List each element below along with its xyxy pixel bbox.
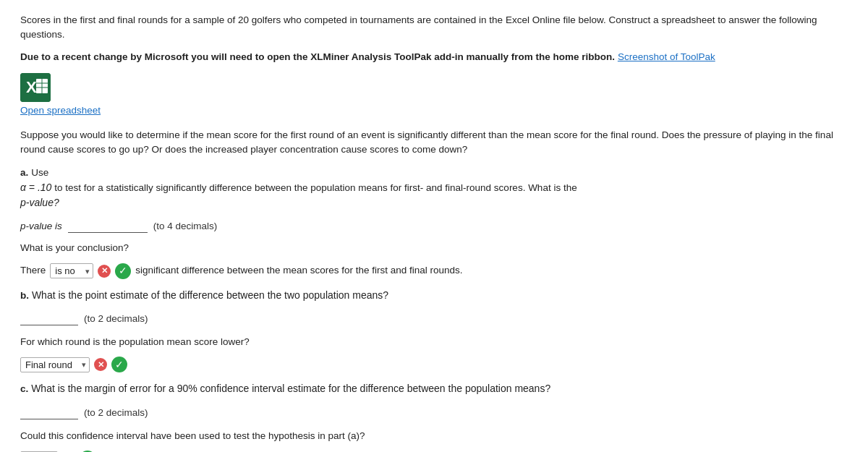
pvalue-label: p-value is [20, 219, 62, 234]
conclusion-text: significant difference between the mean … [135, 263, 462, 278]
part-b-text: What is the point estimate of the differ… [32, 289, 388, 301]
part-c-text: What is the margin of error for a 90% co… [31, 383, 550, 394]
part-c-block: c. What is the margin of error for a 90%… [20, 381, 848, 396]
pvalue-row: p-value is (to 4 decimals) [20, 219, 848, 234]
point-estimate-input[interactable] [20, 312, 78, 325]
for-round-label: For which round is the population mean s… [20, 335, 848, 349]
point-estimate-decimals: (to 2 decimals) [84, 312, 148, 326]
part-a-block: a. Use α = .10 to test for a statistical… [20, 165, 848, 211]
check-circle-icon-b[interactable]: ✓ [111, 357, 127, 372]
description-text: Suppose you would like to determine if t… [20, 128, 848, 158]
part-a-use: Use [31, 167, 48, 178]
warning-text: Due to a recent change by Microsoft you … [20, 50, 848, 64]
part-b-label: b. [20, 290, 29, 301]
excel-svg: X [20, 73, 51, 102]
pvalue-decimals: (to 4 decimals) [153, 219, 218, 234]
excel-icon[interactable]: X [20, 73, 51, 102]
margin-decimals: (to 2 decimals) [84, 406, 148, 420]
is-no-select[interactable]: is no is a [50, 263, 93, 278]
for-round-row: Final round First round ✕ ✓ [20, 357, 848, 372]
check-circle-icon-a[interactable]: ✓ [115, 263, 131, 279]
margin-input[interactable] [20, 406, 78, 419]
point-estimate-row: (to 2 decimals) [20, 312, 848, 326]
conclusion-row: There is no is a ✕ ✓ significant differe… [20, 263, 848, 279]
svg-text:X: X [26, 78, 37, 96]
intro-text: Scores in the first and final rounds for… [20, 13, 848, 43]
pvalue-input[interactable] [68, 220, 148, 233]
toolpak-link[interactable]: Screenshot of ToolPak [618, 51, 715, 62]
final-round-select[interactable]: Final round First round [20, 357, 90, 372]
warning-bold: Due to a recent change by Microsoft you … [20, 51, 615, 62]
is-no-select-wrap[interactable]: is no is a [50, 263, 93, 278]
open-spreadsheet-link[interactable]: Open spreadsheet [20, 103, 848, 118]
part-b-block: b. What is the point estimate of the dif… [20, 288, 848, 303]
alpha-symbol: α = .10 [20, 182, 51, 193]
x-circle-icon-b[interactable]: ✕ [94, 358, 107, 371]
could-label: Could this confidence interval have been… [20, 429, 848, 443]
pvalue-line: p-value? [20, 197, 59, 208]
final-round-select-wrap[interactable]: Final round First round [20, 357, 90, 372]
margin-row: (to 2 decimals) [20, 406, 848, 420]
part-a-line2: to test for a statistically significantl… [54, 182, 576, 193]
x-circle-icon-a[interactable]: ✕ [98, 265, 111, 278]
excel-icon-wrap: X [20, 73, 848, 102]
part-c-label: c. [20, 383, 28, 394]
there-label: There [20, 263, 46, 278]
part-a-label: a. [20, 167, 28, 178]
conclusion-question: What is your conclusion? [20, 241, 848, 255]
